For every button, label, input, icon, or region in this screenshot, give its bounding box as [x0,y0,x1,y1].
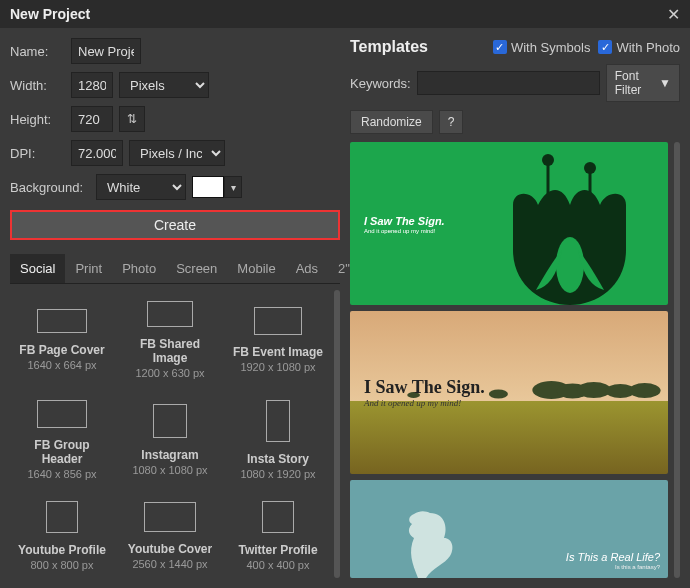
template-title: I Saw The Sign. [364,377,668,398]
close-icon[interactable]: ✕ [667,5,680,24]
bird-icon [400,508,460,578]
height-input[interactable] [71,106,113,132]
preset-shape [37,400,87,428]
background-select[interactable]: White [96,174,186,200]
help-button[interactable]: ? [439,110,464,134]
preset-shape [46,501,78,533]
randomize-button[interactable]: Randomize [350,110,433,134]
tab-mobile[interactable]: Mobile [227,254,285,283]
preset-name: FB Shared Image [122,337,218,365]
preset-dimensions: 1080 x 1920 px [240,468,315,480]
preset-name: Youtube Cover [128,542,212,556]
preset-dimensions: 800 x 800 px [31,559,94,571]
preset-insta-story[interactable]: Insta Story1080 x 1920 px [226,389,330,486]
preset-shape [144,502,196,532]
preset-instagram[interactable]: Instagram1080 x 1080 px [118,389,222,486]
preset-twitter-profile[interactable]: Twitter Profile400 x 400 px [226,491,330,578]
with-symbols-checkbox[interactable]: ✓With Symbols [493,40,590,55]
preset-shape [266,400,290,442]
template-item[interactable]: I Saw The Sign. And it opened up my mind… [350,311,668,474]
preset-name: FB Event Image [233,345,323,359]
template-subtitle: And it opened up my mind! [364,398,668,408]
background-color-swatch[interactable] [192,176,224,198]
template-subtitle: Is this a fantasy? [566,564,660,570]
keywords-input[interactable] [417,71,600,95]
background-label: Background: [10,180,90,195]
width-unit-select[interactable]: Pixels [119,72,209,98]
preset-dimensions: 1640 x 856 px [27,468,96,480]
preset-shape [37,309,87,333]
name-label: Name: [10,44,65,59]
tab-print[interactable]: Print [65,254,112,283]
templates-heading: Templates [350,38,485,56]
preset-shape [254,307,302,335]
font-filter-button[interactable]: Font Filter▼ [606,64,680,102]
name-input[interactable] [71,38,141,64]
preset-dimensions: 1080 x 1080 px [132,464,207,476]
checkmark-icon: ✓ [598,40,612,54]
tab-social[interactable]: Social [10,254,65,283]
preset-fb-shared-image[interactable]: FB Shared Image1200 x 630 px [118,290,222,385]
preset-fb-group-header[interactable]: FB Group Header1640 x 856 px [10,389,114,486]
width-label: Width: [10,78,65,93]
preset-fb-event-image[interactable]: FB Event Image1920 x 1080 px [226,290,330,385]
background-color-dropdown[interactable]: ▾ [224,176,242,198]
width-input[interactable] [71,72,113,98]
dpi-input[interactable] [71,140,123,166]
filter-icon: ▼ [659,76,671,90]
tab-screen[interactable]: Screen [166,254,227,283]
preset-youtube-profile[interactable]: Youtube Profile800 x 800 px [10,491,114,578]
preset-shape [262,501,294,533]
preset-name: Instagram [141,448,198,462]
preset-shape [153,404,187,438]
window-title: New Project [10,6,90,22]
preset-shape [147,301,193,327]
flower-icon [498,150,648,305]
preset-scrollbar[interactable] [334,290,340,578]
dpi-unit-select[interactable]: Pixels / Inch [129,140,225,166]
preset-name: Insta Story [247,452,309,466]
preset-fb-page-cover[interactable]: FB Page Cover1640 x 664 px [10,290,114,385]
create-button[interactable]: Create [10,210,340,240]
tab-photo[interactable]: Photo [112,254,166,283]
swap-dimensions-button[interactable]: ⇅ [119,106,145,132]
preset-dimensions: 1640 x 664 px [27,359,96,371]
preset-name: FB Group Header [14,438,110,466]
preset-dimensions: 400 x 400 px [247,559,310,571]
preset-name: Twitter Profile [238,543,317,557]
height-label: Height: [10,112,65,127]
with-photo-checkbox[interactable]: ✓With Photo [598,40,680,55]
svg-point-4 [556,237,584,293]
swap-icon: ⇅ [127,112,137,126]
template-title: I Saw The Sign. [364,215,445,227]
tab-ads[interactable]: Ads [286,254,328,283]
template-item[interactable]: Is This a Real Life? Is this a fantasy? [350,480,668,578]
keywords-label: Keywords: [350,76,411,91]
svg-point-3 [584,162,596,174]
preset-dimensions: 1920 x 1080 px [240,361,315,373]
template-subtitle: And it opened up my mind! [364,228,445,234]
preset-dimensions: 2560 x 1440 px [132,558,207,570]
svg-point-1 [542,154,554,166]
preset-dimensions: 1200 x 630 px [135,367,204,379]
preset-name: FB Page Cover [19,343,104,357]
checkmark-icon: ✓ [493,40,507,54]
preset-youtube-cover[interactable]: Youtube Cover2560 x 1440 px [118,491,222,578]
template-scrollbar[interactable] [674,142,680,578]
preset-name: Youtube Profile [18,543,106,557]
dpi-label: DPI: [10,146,65,161]
template-item[interactable]: I Saw The Sign. And it opened up my mind… [350,142,668,305]
template-title: Is This a Real Life? [566,551,660,563]
